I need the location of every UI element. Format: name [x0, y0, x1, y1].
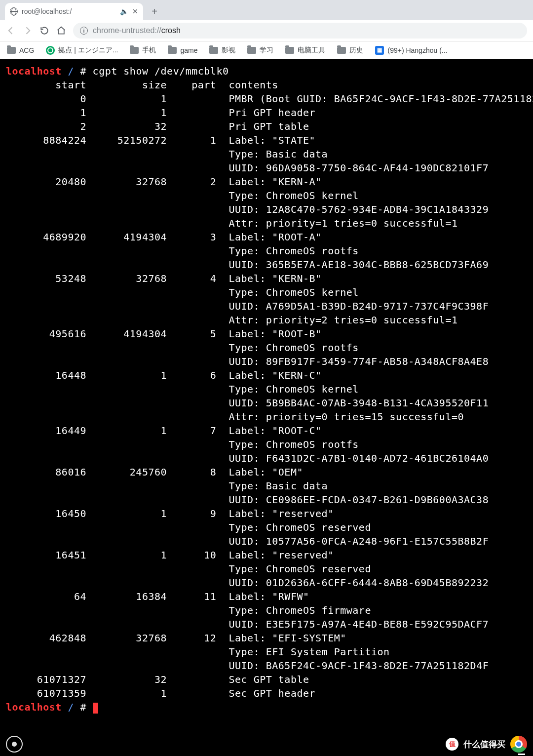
- mute-icon[interactable]: 🔈: [120, 7, 128, 15]
- browser-toolbar: i chrome-untrusted://crosh: [0, 20, 533, 41]
- tab-strip: root@localhost:/ 🔈 ✕ +: [0, 0, 533, 20]
- bookmark-item[interactable]: 手机: [130, 46, 156, 55]
- bookmark-label: ACG: [19, 46, 34, 54]
- tab-title: root@localhost:/: [22, 7, 116, 15]
- reload-button[interactable]: [39, 26, 49, 36]
- bookmark-item[interactable]: 电脑工具: [285, 46, 325, 55]
- bookmark-item[interactable]: ACG: [7, 46, 34, 54]
- shelf: 值 什么值得买: [0, 732, 533, 756]
- status-indicator-icon: [518, 754, 525, 755]
- url-text: chrome-untrusted://crosh: [93, 26, 181, 35]
- watermark-text: 什么值得买: [463, 739, 505, 750]
- new-tab-button[interactable]: +: [147, 4, 162, 19]
- folder-icon: [168, 47, 177, 54]
- site-info-icon[interactable]: i: [80, 27, 88, 35]
- folder-icon: [130, 47, 139, 54]
- folder-icon: [209, 47, 218, 54]
- address-bar[interactable]: i chrome-untrusted://crosh: [73, 23, 527, 39]
- bookmark-label: 学习: [260, 46, 273, 55]
- bookmark-label: game: [180, 46, 197, 54]
- terminal-output[interactable]: localhost / # cgpt show /dev/mmcblk0 sta…: [0, 59, 533, 732]
- bookmark-label: 影视: [222, 46, 235, 55]
- bookmark-item[interactable]: 拠点 | エンジニア...: [46, 46, 118, 55]
- browser-tab[interactable]: root@localhost:/ 🔈 ✕: [5, 3, 143, 20]
- close-icon[interactable]: ✕: [132, 7, 138, 15]
- bookmark-label: (99+) Hangzhou (...: [387, 46, 447, 54]
- bookmarks-bar: ACG拠点 | エンジニア...手机game影视学习电脑工具历史▦(99+) H…: [0, 41, 533, 59]
- back-button[interactable]: [6, 26, 16, 36]
- bookmark-item[interactable]: 学习: [247, 46, 273, 55]
- chrome-icon[interactable]: [510, 736, 527, 753]
- watermark-badge-icon: 值: [446, 738, 458, 751]
- bookmark-label: 历史: [349, 46, 363, 55]
- bookmark-label: 电脑工具: [298, 46, 325, 55]
- folder-icon: [337, 47, 346, 54]
- home-button[interactable]: [56, 26, 66, 36]
- bookmark-item[interactable]: 影视: [209, 46, 235, 55]
- forward-button[interactable]: [23, 26, 33, 36]
- favicon-icon: ▦: [375, 46, 384, 55]
- bookmark-label: 手机: [142, 46, 156, 55]
- folder-icon: [285, 47, 294, 54]
- bookmark-label: 拠点 | エンジニア...: [58, 46, 118, 55]
- bookmark-item[interactable]: ▦(99+) Hangzhou (...: [375, 46, 447, 55]
- launcher-button[interactable]: [6, 736, 23, 753]
- bookmark-item[interactable]: 历史: [337, 46, 363, 55]
- globe-icon: [10, 7, 18, 15]
- bookmark-item[interactable]: game: [168, 46, 197, 54]
- favicon-icon: [46, 46, 55, 55]
- folder-icon: [7, 47, 16, 54]
- folder-icon: [247, 47, 256, 54]
